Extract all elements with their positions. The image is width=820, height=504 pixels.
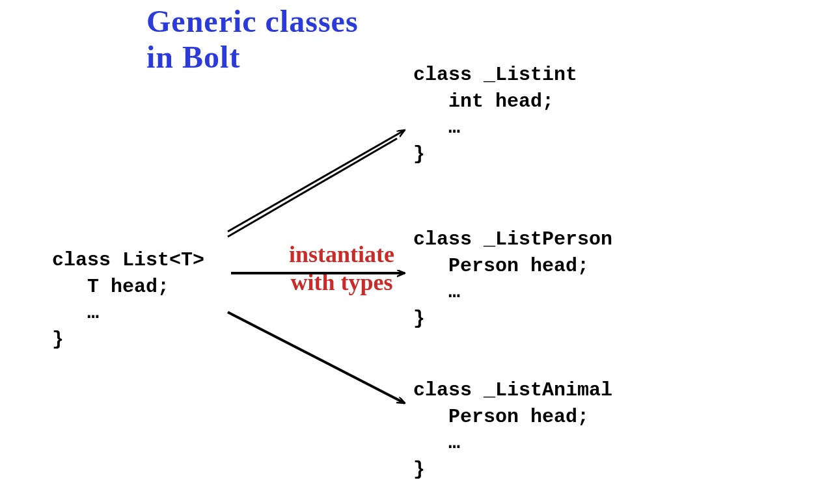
inst1-line-2: Person head; xyxy=(413,255,589,277)
inst2-line-3: … xyxy=(413,432,460,454)
instantiated-person-block: class _ListPerson Person head; … } xyxy=(413,226,612,332)
instantiated-int-block: class _Listint int head; … } xyxy=(413,62,577,167)
annotation-label: instantiate with types xyxy=(257,241,426,297)
svg-line-0 xyxy=(228,130,405,232)
svg-line-1 xyxy=(228,139,397,237)
generic-line-2: T head; xyxy=(52,276,169,298)
diagram-title: Generic classes in Bolt xyxy=(146,3,359,75)
title-line-1: Generic classes xyxy=(146,4,359,38)
generic-line-1: class List<T> xyxy=(52,249,204,271)
arrow-to-animal xyxy=(228,312,405,403)
annotation-line-1: instantiate xyxy=(289,241,394,267)
inst1-line-4: } xyxy=(413,308,425,330)
inst0-line-1: class _Listint xyxy=(413,64,577,86)
arrow-to-int xyxy=(228,130,405,237)
generic-line-4: } xyxy=(52,328,64,351)
generic-line-3: … xyxy=(52,302,99,324)
inst1-line-1: class _ListPerson xyxy=(413,228,612,250)
inst0-line-2: int head; xyxy=(413,90,554,113)
title-line-2: in Bolt xyxy=(146,40,240,74)
inst2-line-1: class _ListAnimal xyxy=(413,379,612,401)
annotation-line-2: with types xyxy=(290,269,392,295)
inst2-line-2: Person head; xyxy=(413,406,589,428)
inst0-line-3: … xyxy=(413,116,460,139)
inst0-line-4: } xyxy=(413,143,425,165)
instantiated-animal-block: class _ListAnimal Person head; … } xyxy=(413,377,612,483)
inst2-line-4: } xyxy=(413,458,425,481)
generic-class-block: class List<T> T head; … } xyxy=(52,247,204,352)
